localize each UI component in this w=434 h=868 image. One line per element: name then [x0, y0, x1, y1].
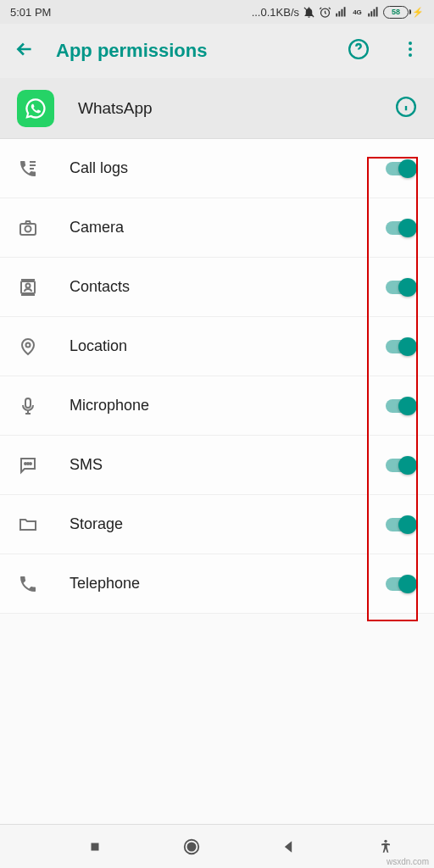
svg-point-11: [409, 42, 412, 45]
svg-point-22: [27, 463, 29, 465]
svg-point-23: [30, 463, 31, 465]
permission-row-microphone[interactable]: Microphone: [0, 376, 434, 436]
battery-icon: 58: [383, 6, 409, 19]
svg-point-13: [409, 53, 412, 57]
svg-rect-20: [25, 398, 31, 408]
app-header-row: WhatsApp: [0, 78, 434, 139]
svg-rect-8: [374, 8, 376, 16]
folder-icon: [17, 514, 39, 536]
permission-row-call-logs[interactable]: Call logs: [0, 139, 434, 198]
permission-row-contacts[interactable]: Contacts: [0, 258, 434, 317]
permission-row-storage[interactable]: Storage: [0, 495, 434, 554]
nav-back-button[interactable]: [263, 830, 314, 864]
status-netspeed: ...0.1KB/s: [252, 6, 299, 19]
svg-rect-5: [344, 7, 346, 16]
nav-recent-button[interactable]: [70, 830, 120, 864]
permission-label: Storage: [70, 515, 353, 533]
permission-label: Location: [70, 337, 353, 355]
svg-point-19: [26, 342, 31, 347]
navigation-bar: [0, 824, 434, 868]
svg-rect-6: [368, 13, 370, 16]
network-4g-icon: 4G: [351, 6, 364, 19]
svg-rect-24: [91, 843, 98, 850]
alarm-icon: [319, 6, 331, 19]
pin-icon: [17, 336, 39, 358]
contacts-icon: [17, 276, 39, 298]
more-button[interactable]: [400, 39, 420, 63]
toggle-microphone[interactable]: [383, 396, 417, 416]
dnd-icon: [303, 6, 315, 19]
permission-row-sms[interactable]: SMS: [0, 436, 434, 495]
help-button[interactable]: [348, 38, 370, 64]
status-time: 5:01 PM: [10, 6, 51, 19]
phone-log-icon: [17, 158, 39, 180]
permission-label: Camera: [70, 219, 353, 236]
permission-row-camera[interactable]: Camera: [0, 198, 434, 258]
back-button[interactable]: [14, 38, 36, 64]
toggle-location[interactable]: [383, 337, 417, 357]
permission-list: Call logs Camera Contacts Location Micro…: [0, 139, 434, 614]
sms-icon: [17, 454, 39, 476]
toggle-camera[interactable]: [383, 218, 417, 238]
permission-label: Telephone: [70, 575, 353, 593]
svg-point-18: [26, 283, 31, 287]
nav-home-button[interactable]: [166, 830, 217, 864]
svg-rect-3: [338, 11, 340, 16]
charging-icon: ⚡: [412, 7, 424, 18]
camera-icon: [17, 217, 39, 239]
app-name-label: WhatsApp: [78, 99, 371, 118]
svg-rect-7: [370, 11, 372, 16]
toggle-telephone[interactable]: [383, 574, 417, 594]
toggle-storage[interactable]: [383, 515, 417, 535]
toggle-call-logs[interactable]: [383, 159, 417, 179]
toggle-sms[interactable]: [383, 455, 417, 476]
signal-icon: [335, 6, 348, 19]
info-button[interactable]: [395, 96, 417, 121]
permission-label: Microphone: [70, 397, 353, 415]
app-bar: App permissions: [0, 24, 434, 78]
permission-label: SMS: [70, 456, 353, 474]
toggle-contacts[interactable]: [383, 277, 417, 298]
mic-icon: [17, 395, 39, 417]
svg-rect-4: [342, 8, 343, 16]
svg-point-21: [25, 463, 26, 465]
signal2-icon: [367, 6, 380, 19]
svg-point-16: [25, 225, 31, 231]
permission-row-location[interactable]: Location: [0, 317, 434, 376]
svg-point-27: [384, 839, 387, 842]
svg-rect-9: [376, 7, 378, 16]
permission-label: Call logs: [70, 159, 353, 177]
svg-rect-2: [336, 13, 337, 16]
watermark: wsxdn.com: [387, 857, 429, 866]
status-bar: 5:01 PM ...0.1KB/s 4G 58 ⚡: [0, 0, 434, 24]
phone-icon: [17, 573, 39, 595]
svg-point-26: [187, 843, 195, 850]
permission-label: Contacts: [70, 278, 353, 296]
permission-row-telephone[interactable]: Telephone: [0, 554, 434, 614]
whatsapp-icon: [17, 90, 54, 127]
page-title: App permissions: [56, 40, 327, 62]
svg-point-12: [409, 47, 412, 51]
